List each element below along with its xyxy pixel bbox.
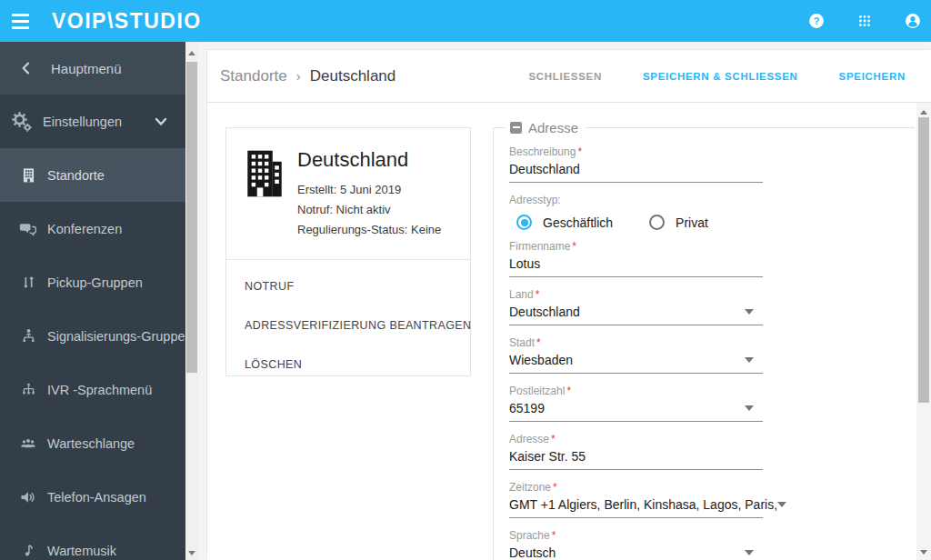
app-window: VOIP\STUDIO ? [0,0,931,560]
breadcrumb-current: Deutschland [310,67,396,85]
speichern-button[interactable]: SPEICHERN [839,71,906,82]
apps-grid-icon[interactable] [856,12,874,30]
sidebar-item-warteschlange[interactable]: Warteschlange [0,416,185,470]
content-panel: Standorte › Deutschland SCHLIESSEN SPEIC… [207,50,931,560]
breadcrumb-separator: › [296,68,301,84]
signal-group-icon [18,327,38,345]
content-scrollbar[interactable] [916,103,931,560]
field-beschreibung: Beschreibung* Deutschland [509,145,763,183]
sidebar-scrollbar[interactable] [185,42,198,560]
building-large-icon [245,150,285,197]
location-regulation-status: Regulierungs-Status: Keine [297,220,441,240]
header-actions: SCHLIESSEN SPEICHERN & SCHLIESSEN SPEICH… [528,71,906,82]
field-adresse: Adresse* Kaiser Str. 55 [509,433,763,470]
breadcrumb: Standorte › Deutschland [220,67,395,85]
field-sprache: Sprache* Deutsch [509,529,763,560]
help-icon[interactable]: ? [807,12,826,30]
radio-privat[interactable]: Privat [649,215,708,230]
app-logo: VOIP\STUDIO [52,9,202,34]
field-stadt: Stadt* Wiesbaden [509,336,763,374]
sidebar-item-label: Telefon-Ansagen [47,490,146,505]
location-card-actions: NOTRUF ADRESSVERIFIZIERUNG BEANTRAGEN LÖ… [226,259,470,384]
field-adresstyp: Adresstyp: Geschäftlich Privat [509,194,763,230]
svg-text:?: ? [814,15,820,26]
queue-people-icon [18,435,38,453]
dropdown-arrow-icon [745,309,754,315]
adresstyp-label: Adresstyp: [509,194,763,206]
sidebar-item-label: Wartemusik [47,544,116,558]
account-icon[interactable] [904,12,922,30]
chevron-left-icon [15,61,38,75]
beschreibung-input[interactable]: Deutschland [509,162,763,183]
sidebar-item-pickup-gruppen[interactable]: Pickup-Gruppen [0,255,185,309]
collapse-section-icon[interactable] [510,122,522,134]
scroll-down-arrow-icon[interactable] [916,546,931,557]
adresse-legend: Adresse [493,121,915,134]
chevron-down-icon[interactable] [155,115,167,129]
main-area: Standorte › Deutschland SCHLIESSEN SPEIC… [198,42,931,560]
adresse-form-section: Adresse Beschreibung* Deutschland Adress… [493,121,915,560]
location-notruf-status: Notruf: Nicht aktiv [297,200,441,220]
radio-geschaeftlich[interactable]: Geschäftlich [516,215,613,230]
hamburger-menu-icon[interactable] [0,0,40,42]
sidebar-scrollbar-thumb[interactable] [186,62,197,373]
stadt-select[interactable]: Wiesbaden [509,353,763,374]
location-info-card: Deutschland Erstellt: 5 Juni 2019 Notruf… [225,127,471,376]
schliessen-button[interactable]: SCHLIESSEN [528,71,602,82]
sidebar-item-signalisierungs-gruppe[interactable]: Signalisierungs-Gruppe [0,309,185,363]
sidebar-item-label: Konferenzen [47,222,122,236]
speichern-und-schliessen-button[interactable]: SPEICHERN & SCHLIESSEN [643,71,798,82]
sidebar-item-telefon-ansagen[interactable]: Telefon-Ansagen [0,470,185,524]
location-title: Deutschland [297,148,441,172]
building-icon [18,166,38,184]
radio-selected-icon [516,215,532,230]
firmenname-input[interactable]: Lotus [509,256,763,277]
dropdown-arrow-icon [745,550,754,555]
notruf-button[interactable]: NOTRUF [245,266,452,305]
postleitzahl-select[interactable]: 65199 [509,401,763,422]
sidebar-item-label: IVR -Sprachmenü [47,383,152,397]
sidebar: Hauptmenü [0,42,185,560]
sidebar-item-wartemusik[interactable]: Wartemusik [0,524,185,560]
sidebar-item-label: Pickup-Gruppen [47,275,143,290]
field-zeitzone: Zeitzone* GMT +1 Algiers, Berlin, Kinsha… [509,481,763,518]
adressverifizierung-button[interactable]: ADRESSVERIFIZIERUNG BEANTRAGEN [245,305,452,345]
topbar-actions: ? [807,12,931,30]
panel-body: Deutschland Erstellt: 5 Juni 2019 Notruf… [207,103,931,560]
sidebar-item-standorte[interactable]: Standorte [0,148,185,202]
land-select[interactable]: Deutschland [509,305,763,325]
sprache-select[interactable]: Deutsch [509,545,763,560]
sidebar-item-label: Warteschlange [47,436,135,451]
scroll-up-arrow-icon[interactable] [916,106,931,117]
field-land: Land* Deutschland [509,288,763,325]
content-scrollbar-thumb[interactable] [918,117,929,403]
location-created: Erstellt: 5 Juni 2019 [297,180,441,200]
scroll-down-arrow-icon[interactable] [185,547,198,558]
sidebar-back-hauptmenu[interactable]: Hauptmenü [0,42,185,95]
sidebar-item-konferenzen[interactable]: Konferenzen [0,202,185,255]
pickup-icon [18,274,38,291]
page-header: Standorte › Deutschland SCHLIESSEN SPEIC… [207,50,931,103]
radio-unselected-icon [649,215,665,230]
dropdown-arrow-icon [745,357,754,363]
breadcrumb-standorte[interactable]: Standorte [220,67,287,85]
speaker-icon [18,488,38,506]
loeschen-button[interactable]: LÖSCHEN [245,345,452,384]
sidebar-item-label: Signalisierungs-Gruppe [47,329,185,344]
dropdown-arrow-icon [777,502,786,507]
gears-icon [10,111,34,133]
sidebar-item-einstellungen[interactable]: Einstellungen [0,95,185,148]
section-title: Adresse [528,120,578,135]
field-firmenname: Firmenname* Lotus [509,240,763,277]
chat-bubbles-icon [18,220,38,238]
zeitzone-select[interactable]: GMT +1 Algiers, Berlin, Kinshasa, Lagos,… [509,497,763,518]
ivr-tree-icon [18,381,38,398]
sidebar-item-ivr-sprachmenu[interactable]: IVR -Sprachmenü [0,363,185,416]
sidebar-back-label: Hauptmenü [51,61,122,76]
topbar: VOIP\STUDIO ? [0,0,931,42]
field-postleitzahl: Postleitzahl* 65199 [509,385,763,422]
scroll-up-arrow-icon[interactable] [185,47,198,58]
adresse-input[interactable]: Kaiser Str. 55 [509,449,763,470]
dropdown-arrow-icon [745,405,754,411]
adresstyp-options: Geschäftlich Privat [516,215,763,230]
